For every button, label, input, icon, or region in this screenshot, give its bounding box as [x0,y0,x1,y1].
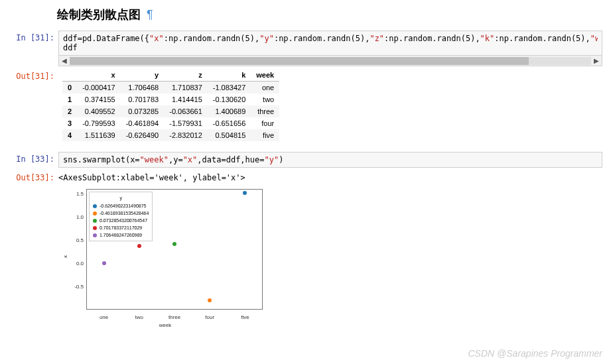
input-cell-31: In [31]: ddf=pd.DataFrame({"x":np.random… [7,30,602,66]
input-cell-33: In [33]: sns.swarmplot(x="week",y="x",da… [7,152,602,168]
legend-swatch-icon [93,219,97,223]
code-line: sns.swarmplot(x="week",y="x",data=ddf,hu… [63,155,598,164]
dataframe-table: x y z k week 0-0.0004171.7064681.710837-… [62,69,279,141]
table-row: 3-0.799593-0.461894-1.579931-0.651656fou… [62,117,279,129]
output-cell-31: Out[31]: x y z k week 0-0.0004171.706468… [7,69,602,141]
table-header-row: x y z k week [62,69,279,82]
legend-item: -0.46189381535428464 [93,210,149,217]
legend-title: y [93,194,149,202]
legend-item: 0.07328543200764547 [93,217,149,224]
legend-label: 0.701783372117029 [100,224,142,231]
y-tick: -0.5 [64,284,84,290]
chart-legend: y -0.6264902231490875-0.4618938153542846… [89,192,153,241]
x-tick: four [205,314,214,320]
y-tick: 1.0 [64,214,84,220]
in-prompt-31: In [31]: [7,30,58,66]
legend-item: 1.706468247260989 [93,231,149,239]
code-box[interactable]: ddf=pd.DataFrame({"x":np.random.randn(5)… [58,30,602,56]
x-tick: five [241,314,249,320]
legend-item: -0.6264902231490875 [93,202,149,210]
table-row: 10.3741550.7017831.414415-0.130620two [62,93,279,105]
legend-label: -0.46189381535428464 [100,210,149,217]
output-cell-33: Out[33]: <AxesSubplot:xlabel='week', yla… [7,170,602,330]
code-area-33[interactable]: sns.swarmplot(x="week",y="x",data=ddf,hu… [58,152,602,168]
heading-anchor-icon[interactable]: ¶ [147,8,153,21]
legend-label: 1.706468247260989 [100,231,142,239]
section-heading: 绘制类别散点图 ¶ [57,7,602,23]
x-tick: two [135,314,143,320]
legend-swatch-icon [93,226,97,230]
scroll-thumb[interactable] [70,57,529,65]
table-row: 20.4095520.073285-0.0636611.400689three [62,105,279,117]
legend-swatch-icon [93,212,97,215]
table-row: 41.511639-0.626490-2.8320120.504815five [62,129,279,141]
y-tick: 0.0 [64,261,84,267]
legend-swatch-icon [93,204,97,208]
in-prompt-33: In [33]: [7,152,58,168]
data-point [102,261,106,265]
legend-item: 0.701783372117029 [93,224,149,231]
data-point [172,242,176,246]
legend-label: 0.07328543200764547 [100,217,147,224]
heading-text: 绘制类别散点图 [57,8,141,21]
swarmplot-chart: x week y -0.6264902231490875-0.461893815… [62,184,268,330]
code-line-2: ddf [63,43,598,52]
y-tick: 1.5 [64,191,84,197]
out-prompt-31: Out[31]: [7,69,58,141]
table-row: 0-0.0004171.7064681.710837-1.083427one [62,82,279,94]
data-point [243,191,247,195]
legend-label: -0.6264902231490875 [100,202,146,210]
scroll-track[interactable] [70,57,591,65]
scroll-left-icon[interactable]: ◀ [59,57,70,64]
data-point [208,298,212,302]
y-tick: 0.5 [64,237,84,243]
x-axis-label: week [159,322,172,328]
horizontal-scrollbar[interactable]: ◀ ▶ [58,56,602,66]
out-prompt-33: Out[33]: [7,170,58,330]
legend-swatch-icon [93,233,97,237]
data-point [137,244,141,248]
x-tick: three [169,314,180,320]
x-tick: one [100,314,108,320]
code-area-31[interactable]: ddf=pd.DataFrame({"x":np.random.randn(5)… [58,30,602,66]
code-line-1: ddf=pd.DataFrame({"x":np.random.randn(5)… [63,34,598,43]
output-repr: <AxesSubplot:xlabel='week', ylabel='x'> [58,170,602,184]
y-axis-label: x [62,255,68,258]
code-box[interactable]: sns.swarmplot(x="week",y="x",data=ddf,hu… [58,152,602,168]
scroll-right-icon[interactable]: ▶ [591,57,602,64]
